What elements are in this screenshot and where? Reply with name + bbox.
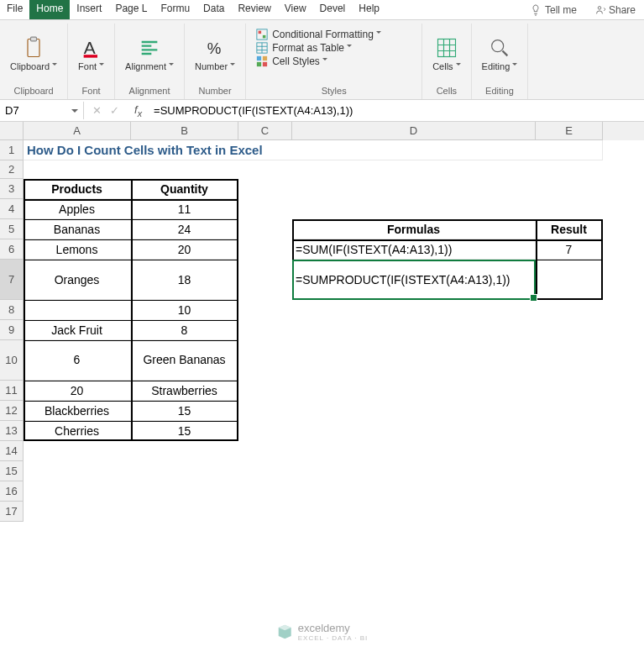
svg-rect-11 bbox=[263, 56, 267, 60]
cell[interactable]: 15 bbox=[131, 421, 238, 441]
name-box[interactable]: D7 bbox=[0, 102, 84, 119]
svg-point-0 bbox=[598, 6, 601, 9]
format-table-label: Format as Table bbox=[272, 42, 352, 54]
row-header[interactable]: 2 bbox=[0, 160, 24, 179]
formula-input[interactable]: =SUMPRODUCT(IF(ISTEXT(A4:A13),1)) bbox=[149, 102, 644, 119]
menu-tab-home[interactable]: Home bbox=[29, 0, 70, 19]
cell[interactable]: =SUMPRODUCT(IF(ISTEXT(A4:A13),1)) bbox=[292, 260, 536, 300]
alignment-button-label: Alignment bbox=[125, 61, 174, 71]
menu-tab-developer[interactable]: Devel bbox=[313, 0, 353, 19]
row-header[interactable]: 3 bbox=[0, 179, 24, 199]
menu-tab-file[interactable]: File bbox=[0, 0, 29, 19]
cell[interactable]: Quantity bbox=[131, 179, 238, 199]
cell[interactable]: 10 bbox=[131, 300, 238, 320]
column-header[interactable]: B bbox=[131, 122, 238, 140]
menu-tab-help[interactable]: Help bbox=[352, 0, 386, 19]
cell[interactable]: 7 bbox=[536, 239, 603, 260]
cell[interactable]: 20 bbox=[131, 239, 238, 260]
ribbon-group-label: Alignment bbox=[129, 84, 170, 99]
ribbon-group-label: Cells bbox=[437, 84, 457, 99]
menu-bar: File Home Insert Page L Formu Data Revie… bbox=[0, 0, 644, 20]
cell[interactable]: 6 bbox=[24, 340, 131, 381]
row-header[interactable]: 5 bbox=[0, 219, 24, 239]
menu-tab-view[interactable]: View bbox=[278, 0, 313, 19]
cell[interactable] bbox=[536, 260, 603, 300]
number-button[interactable]: % Number bbox=[191, 34, 238, 73]
cell[interactable]: 15 bbox=[131, 401, 238, 421]
row-header[interactable]: 11 bbox=[0, 381, 24, 401]
tell-me[interactable]: Tell me bbox=[521, 0, 585, 19]
cell[interactable]: Green Bananas bbox=[131, 340, 238, 381]
cell[interactable]: 20 bbox=[24, 381, 131, 401]
cell[interactable]: 18 bbox=[131, 260, 238, 300]
cell[interactable]: 24 bbox=[131, 219, 238, 239]
cell[interactable]: 8 bbox=[131, 320, 238, 340]
watermark: exceldemy EXCEL · DATA · BI bbox=[276, 622, 369, 642]
cell[interactable]: Formulas bbox=[292, 219, 536, 239]
row-header[interactable]: 6 bbox=[0, 239, 24, 260]
row-header[interactable]: 1 bbox=[0, 140, 24, 160]
row-header[interactable]: 16 bbox=[0, 481, 24, 502]
row-header[interactable]: 8 bbox=[0, 300, 24, 320]
menu-tab-data[interactable]: Data bbox=[196, 0, 231, 19]
font-button[interactable]: A Font bbox=[75, 34, 107, 73]
cond-format-label: Conditional Formatting bbox=[272, 29, 381, 40]
font-button-label: Font bbox=[78, 61, 104, 71]
alignment-button[interactable]: Alignment bbox=[122, 34, 177, 73]
column-header[interactable]: A bbox=[24, 122, 131, 140]
clipboard-button[interactable]: Clipboard bbox=[7, 34, 60, 73]
row-header[interactable]: 12 bbox=[0, 401, 24, 421]
cell[interactable]: Bananas bbox=[24, 219, 131, 239]
cell[interactable]: 11 bbox=[131, 199, 238, 219]
select-all-corner[interactable] bbox=[0, 122, 24, 140]
menu-tab-pagelayout[interactable]: Page L bbox=[108, 0, 154, 19]
table-icon bbox=[256, 42, 268, 54]
conditional-formatting-button[interactable]: Conditional Formatting bbox=[256, 29, 411, 40]
row-header[interactable]: 15 bbox=[0, 461, 24, 481]
tell-me-label: Tell me bbox=[545, 4, 577, 16]
svg-rect-1 bbox=[28, 39, 39, 57]
svg-text:%: % bbox=[207, 39, 222, 57]
cell[interactable]: How Do I Count Cells with Text in Excel bbox=[24, 140, 603, 160]
spreadsheet-grid[interactable]: 1234567891011121314151617 ABCDE How Do I… bbox=[0, 122, 644, 657]
column-header[interactable]: C bbox=[238, 122, 292, 140]
watermark-name: exceldemy bbox=[298, 622, 350, 634]
cell[interactable]: Strawberries bbox=[131, 381, 238, 401]
cells-button[interactable]: Cells bbox=[429, 34, 463, 73]
row-header[interactable]: 10 bbox=[0, 340, 24, 381]
cell[interactable]: Cherries bbox=[24, 421, 131, 441]
row-header[interactable]: 17 bbox=[0, 502, 24, 522]
menu-tab-formulas[interactable]: Formu bbox=[154, 0, 196, 19]
format-as-table-button[interactable]: Format as Table bbox=[256, 42, 411, 54]
row-header[interactable]: 13 bbox=[0, 421, 24, 441]
fx-icon[interactable]: fx bbox=[128, 103, 149, 118]
row-header[interactable]: 14 bbox=[0, 441, 24, 461]
enter-formula-icon[interactable]: ✓ bbox=[110, 104, 119, 117]
cell[interactable]: Blackberries bbox=[24, 401, 131, 421]
cell[interactable]: Jack Fruit bbox=[24, 320, 131, 340]
column-header[interactable]: E bbox=[536, 122, 603, 140]
cancel-formula-icon[interactable]: ✕ bbox=[92, 104, 102, 117]
column-header[interactable]: D bbox=[292, 122, 536, 140]
svg-rect-7 bbox=[259, 31, 262, 34]
svg-rect-14 bbox=[437, 39, 455, 57]
cell[interactable] bbox=[24, 300, 131, 320]
cell[interactable]: Oranges bbox=[24, 260, 131, 300]
cell[interactable]: Lemons bbox=[24, 239, 131, 260]
row-header[interactable]: 7 bbox=[0, 260, 24, 300]
menu-tab-insert[interactable]: Insert bbox=[70, 0, 108, 19]
cell[interactable]: Apples bbox=[24, 199, 131, 219]
row-header[interactable]: 4 bbox=[0, 199, 24, 219]
ribbon-group-alignment: Alignment Alignment bbox=[115, 24, 185, 99]
cell[interactable]: =SUM(IF(ISTEXT(A4:A13),1)) bbox=[292, 239, 536, 260]
editing-button[interactable]: Editing bbox=[479, 34, 521, 73]
find-icon bbox=[488, 36, 511, 60]
menu-tab-review[interactable]: Review bbox=[231, 0, 277, 19]
cell-styles-button[interactable]: Cell Styles bbox=[256, 55, 411, 67]
cell[interactable]: Products bbox=[24, 179, 131, 199]
svg-rect-4 bbox=[83, 55, 97, 58]
row-header[interactable]: 9 bbox=[0, 320, 24, 340]
cell[interactable]: Result bbox=[536, 219, 603, 239]
ribbon-group-label: Number bbox=[199, 84, 232, 99]
share-button[interactable]: Share bbox=[585, 0, 644, 19]
